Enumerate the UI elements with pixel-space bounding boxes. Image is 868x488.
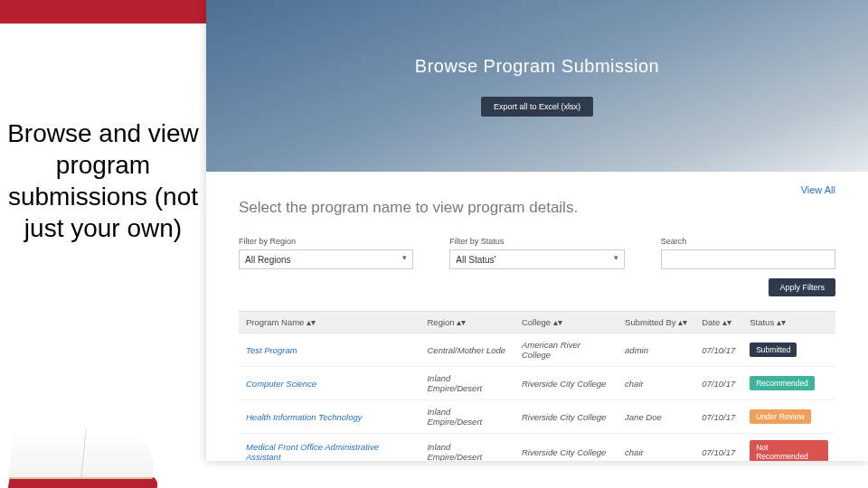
app-screenshot: Browse Program Submission Export all to … — [206, 0, 868, 461]
slide-accent-bar — [0, 0, 206, 23]
cell-submitted-by: Jane Doe — [618, 400, 694, 434]
status-badge: Under Review — [750, 409, 810, 424]
cell-date: 07/10/17 — [694, 333, 742, 367]
cell-status: Recommended — [742, 367, 835, 400]
cell-submitted-by: chair — [618, 434, 694, 462]
col-submitted-by[interactable]: Submitted By ▴▾ — [618, 312, 694, 333]
col-college[interactable]: College ▴▾ — [514, 312, 618, 333]
cell-college: American River College — [514, 333, 618, 367]
cell-region: Inland Empire/Desert — [420, 367, 514, 400]
program-link[interactable]: Test Program — [239, 333, 420, 367]
table-row: Computer ScienceInland Empire/DesertRive… — [239, 367, 835, 400]
filter-bar: Filter by Region All Regions Filter by S… — [239, 237, 835, 269]
export-excel-button[interactable]: Export all to Excel (xlsx) — [481, 97, 593, 117]
cell-date: 07/10/17 — [694, 434, 742, 462]
col-region[interactable]: Region ▴▾ — [420, 312, 514, 333]
cell-region: Central/Mother Lode — [420, 333, 514, 367]
cell-region: Inland Empire/Desert — [420, 434, 514, 462]
view-all-link[interactable]: View All — [801, 184, 835, 195]
page-title: Browse Program Submission — [415, 56, 659, 77]
table-row: Test ProgramCentral/Mother LodeAmerican … — [239, 333, 835, 367]
cell-status: Not Recommended — [742, 434, 835, 462]
cell-submitted-by: admin — [618, 333, 694, 367]
program-link[interactable]: Health Information Technology — [239, 400, 420, 434]
program-link[interactable]: Computer Science — [239, 367, 420, 400]
cell-submitted-by: chair — [618, 367, 694, 400]
filter-region-value: All Regions — [245, 255, 291, 265]
filter-search-label: Search — [661, 237, 835, 246]
slide-caption: Browse and view program submissions (not… — [0, 117, 206, 244]
cell-date: 07/10/17 — [694, 367, 742, 400]
submissions-table: Program Name ▴▾ Region ▴▾ College ▴▾ Sub… — [239, 311, 835, 461]
page-instructions: Select the program name to view program … — [239, 199, 835, 217]
filter-region-label: Filter by Region — [239, 237, 413, 246]
filter-status-label: Filter by Status — [449, 237, 624, 246]
col-date[interactable]: Date ▴▾ — [694, 312, 742, 333]
program-link[interactable]: Medical Front Office Administrative Assi… — [239, 434, 420, 462]
status-badge: Not Recommended — [750, 440, 828, 461]
cell-status: Under Review — [742, 400, 835, 434]
search-input[interactable] — [661, 249, 835, 269]
filter-region-select[interactable]: All Regions — [239, 249, 413, 269]
cell-college: Riverside City College — [514, 400, 618, 434]
status-badge: Recommended — [750, 376, 815, 390]
cell-region: Inland Empire/Desert — [420, 400, 514, 434]
page-hero: Browse Program Submission Export all to … — [206, 0, 868, 172]
table-row: Medical Front Office Administrative Assi… — [239, 434, 835, 462]
book-illustration — [0, 407, 158, 488]
col-program[interactable]: Program Name ▴▾ — [239, 312, 420, 333]
col-status[interactable]: Status ▴▾ — [742, 312, 835, 333]
cell-college: Riverside City College — [514, 367, 618, 400]
status-badge: Submitted — [750, 343, 797, 357]
cell-status: Submitted — [742, 333, 835, 367]
cell-college: Riverside City College — [514, 434, 618, 462]
cell-date: 07/10/17 — [694, 400, 742, 434]
table-row: Health Information TechnologyInland Empi… — [239, 400, 835, 434]
filter-status-value: All Status' — [456, 255, 495, 265]
filter-status-select[interactable]: All Status' — [449, 249, 624, 269]
apply-filters-button[interactable]: Apply Filters — [769, 278, 835, 296]
